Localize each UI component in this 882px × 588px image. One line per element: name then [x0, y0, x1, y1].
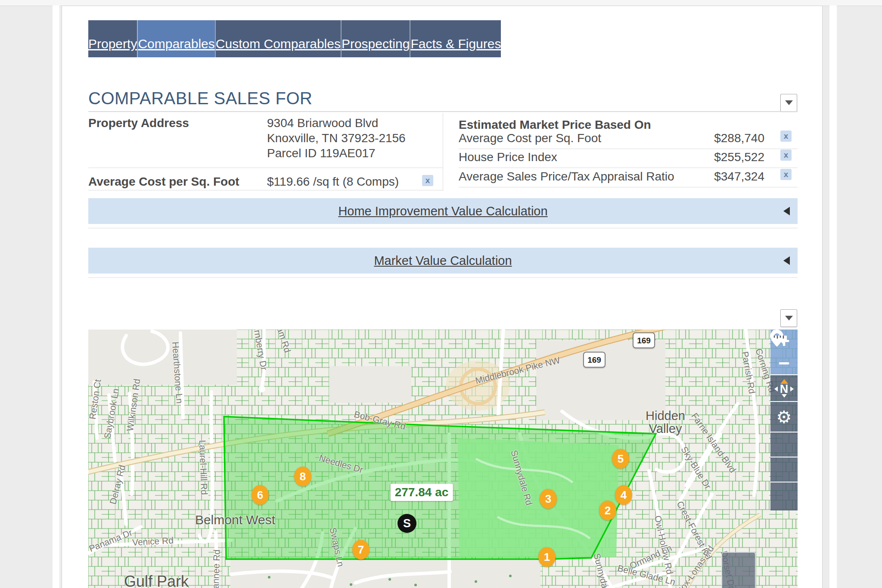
market-value-title: Market Value Calculation [374, 254, 512, 268]
tab-label: Prospecting [342, 37, 410, 57]
comp-marker[interactable]: 7 [352, 540, 370, 560]
overview-map-toggle[interactable] [721, 552, 756, 588]
place-label: Hidden [646, 409, 685, 423]
address-line: Parcel ID 119AE017 [267, 146, 376, 160]
tab-label: Facts & Figures [410, 37, 501, 57]
map-locate-button[interactable] [770, 432, 798, 457]
market-row-value: $347,324 [674, 170, 764, 184]
market-row-label: House Price Index [459, 150, 557, 164]
summary-collapse-button[interactable] [780, 94, 797, 112]
market-row-value: $288,740 [674, 131, 764, 145]
selected-area-label: 277.84 ac [391, 484, 453, 501]
ruler-icon [770, 330, 788, 342]
subject-marker[interactable]: S [398, 514, 416, 533]
place-label: Gulf Park [124, 572, 189, 588]
tab[interactable]: Facts & Figures [410, 20, 501, 57]
tab[interactable]: Property [88, 20, 137, 57]
avg-cost-label: Average Cost per Sq. Foot [88, 175, 239, 189]
remove-estimate-button[interactable]: x [780, 131, 792, 142]
zoom-out-button[interactable]: − [770, 352, 798, 374]
market-row-value: $255,522 [674, 150, 764, 164]
place-label: Valley [649, 422, 682, 436]
north-label: N [780, 384, 789, 394]
road-label: Venice Rd [132, 535, 174, 548]
market-price-row: Average Sales Price/Tax Appraisal Ratio … [459, 168, 798, 187]
left-row-divider [88, 168, 443, 168]
map-measure-button[interactable] [770, 482, 798, 510]
comp-marker[interactable]: 6 [252, 485, 269, 505]
remove-avg-cost-button[interactable]: x [422, 175, 433, 186]
home-improvement-section-header[interactable]: Home Improvement Value Calculation [88, 198, 798, 224]
remove-estimate-button[interactable]: x [780, 169, 792, 180]
tab[interactable]: Comparables [137, 20, 214, 57]
left-row-divider [88, 190, 443, 190]
highway-shield-169: 169 [633, 333, 655, 348]
page-title: COMPARABLE SALES FOR [88, 89, 313, 108]
address-line: 9304 Briarwood Blvd [267, 116, 378, 130]
pan-west-icon [774, 386, 778, 392]
tab-label: Comparables [138, 37, 214, 57]
market-row-label: Average Sales Price/Tax Appraisal Ratio [459, 170, 674, 184]
tab-bar: PropertyComparablesCustom ComparablesPro… [88, 20, 798, 57]
map-search-button[interactable] [770, 457, 798, 482]
comp-marker[interactable]: 4 [615, 485, 632, 505]
map-collapse-button[interactable] [780, 309, 797, 327]
tab[interactable]: Prospecting [341, 20, 410, 57]
collapse-arrow-icon [783, 256, 790, 265]
section-divider [88, 228, 798, 228]
page-right-gutter [829, 6, 837, 588]
remove-estimate-button[interactable]: x [780, 149, 792, 161]
section-divider [88, 277, 798, 278]
comp-marker[interactable]: 8 [294, 467, 311, 486]
market-price-row: Average Cost per Sq. Foot $288,740 x [459, 130, 798, 149]
address-line: Knoxville, TN 37923-2156 [267, 131, 406, 145]
road-label: annee Rd [210, 549, 222, 588]
compass-pan-control[interactable]: N [770, 374, 798, 401]
pan-south-icon [782, 394, 787, 398]
collapse-arrow-icon [783, 207, 790, 215]
comp-marker[interactable]: 2 [599, 501, 616, 520]
chevron-down-icon [785, 100, 793, 105]
comp-marker[interactable]: 1 [538, 547, 556, 567]
minus-icon: − [778, 353, 790, 373]
place-label: Belmont West [195, 513, 275, 527]
market-row-label: Average Cost per Sq. Foot [459, 131, 601, 145]
tab-label: Property [88, 37, 137, 57]
road-label: Laurel-Hill Rd [197, 440, 209, 495]
market-price-row: House Price Index $255,522 x [459, 149, 798, 168]
avg-cost-value: $119.66 /sq ft (8 Comps) [267, 175, 399, 189]
map-controls: + − N ⚙ [770, 330, 798, 510]
heading-divider [88, 111, 798, 112]
property-address-label: Property Address [88, 116, 189, 130]
home-improvement-title: Home Improvement Value Calculation [338, 204, 547, 218]
tab-label: Custom Comparables [216, 37, 341, 57]
highway-shield-169: 169 [583, 352, 606, 368]
map-settings-button[interactable]: ⚙ [770, 401, 798, 432]
comp-marker[interactable]: 3 [540, 489, 557, 509]
tab[interactable]: Custom Comparables [215, 20, 341, 57]
chevron-down-icon [785, 316, 793, 320]
pan-east-icon [790, 386, 794, 392]
page-left-gutter [53, 6, 59, 588]
comp-marker[interactable]: 5 [612, 449, 629, 469]
market-value-section-header[interactable]: Market Value Calculation [88, 248, 798, 274]
column-divider [443, 113, 443, 191]
gear-icon: ⚙ [776, 408, 792, 426]
page-top-border [0, 0, 882, 6]
map[interactable]: Middlebrook Pike NWBob-Gray RdNeedles Dr… [88, 330, 798, 588]
